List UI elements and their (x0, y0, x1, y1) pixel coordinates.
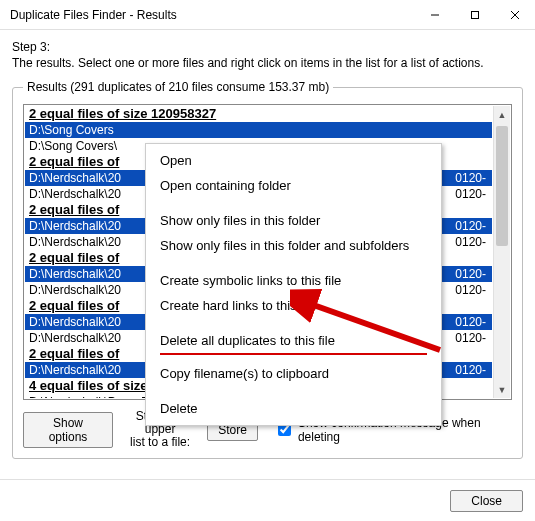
menu-open[interactable]: Open (146, 148, 441, 173)
svg-rect-1 (472, 11, 479, 18)
footer: Close (0, 479, 535, 521)
menu-copy-filenames[interactable]: Copy filename(s) to clipboard (146, 361, 441, 386)
titlebar: Duplicate Files Finder - Results (0, 0, 535, 30)
scroll-down-icon[interactable]: ▼ (494, 381, 510, 398)
minimize-button[interactable] (415, 0, 455, 30)
menu-create-hard-links[interactable]: Create hard links to this file (146, 293, 441, 318)
results-legend: Results (291 duplicates of 210 files con… (23, 80, 333, 94)
results-group: Results (291 duplicates of 210 files con… (12, 80, 523, 459)
scroll-up-icon[interactable]: ▲ (494, 106, 510, 123)
window-title: Duplicate Files Finder - Results (10, 8, 415, 22)
show-options-button[interactable]: Show options (23, 412, 113, 448)
group-header: 2 equal files of size 120958327 (25, 106, 492, 122)
menu-delete-all-duplicates[interactable]: Delete all duplicates to this file (146, 328, 441, 353)
menu-delete[interactable]: Delete (146, 396, 441, 421)
scroll-thumb[interactable] (496, 126, 508, 246)
close-button[interactable] (495, 0, 535, 30)
menu-show-only-folder[interactable]: Show only files in this folder (146, 208, 441, 233)
menu-open-containing-folder[interactable]: Open containing folder (146, 173, 441, 198)
context-menu: Open Open containing folder Show only fi… (145, 143, 442, 426)
list-item[interactable]: D:\Song Covers (25, 122, 492, 138)
highlight-underline (160, 353, 427, 355)
step-description: The results. Select one or more files an… (12, 56, 523, 70)
scrollbar[interactable]: ▲ ▼ (493, 106, 510, 398)
step-label: Step 3: (12, 40, 523, 54)
menu-create-symbolic-links[interactable]: Create symbolic links to this file (146, 268, 441, 293)
maximize-button[interactable] (455, 0, 495, 30)
menu-show-only-folder-subfolders[interactable]: Show only files in this folder and subfo… (146, 233, 441, 258)
close-dialog-button[interactable]: Close (450, 490, 523, 512)
